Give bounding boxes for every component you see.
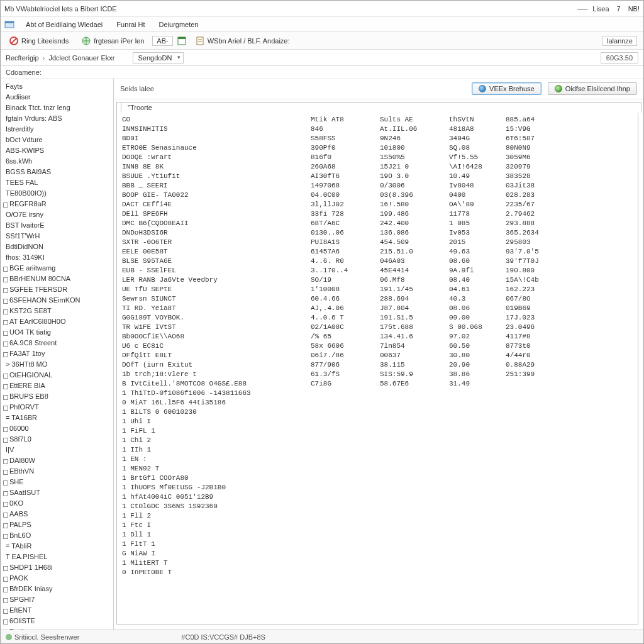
cell (506, 521, 562, 530)
tree-item[interactable]: 6ss.kWh (1, 156, 113, 167)
tree-item[interactable]: PhfORVT (1, 402, 113, 413)
tree-item[interactable]: BST IvaitorE (1, 220, 113, 231)
tree-item[interactable]: FA3AT 1toy (1, 348, 113, 359)
tree-item[interactable]: S8f7L0 (1, 434, 113, 445)
cell (449, 474, 506, 483)
toolbar-button-perlen[interactable]: frgtesan iPer len (77, 34, 148, 48)
table-row: ETRO0E Senasinauce390Pf010i800SQ.0880N0N… (122, 143, 633, 153)
tree-item[interactable]: fgtaln Vrdurs: ABS (1, 113, 113, 124)
tree-item[interactable]: fhos: 3149KI (1, 252, 113, 263)
cell: DOfT (iurn Exitut (122, 360, 311, 370)
cell: 9N246 (380, 134, 449, 143)
tree-item[interactable]: Binack Ttct. tnzr leng (1, 103, 113, 113)
table-row: COMtik AT8Sults AEthSVtN885.a64 (122, 115, 633, 125)
tree-item[interactable]: AT EArIC6I80H0O (1, 316, 113, 327)
cell (506, 426, 562, 436)
tree-item[interactable]: Fortlry (1, 626, 113, 630)
tree-item[interactable]: 0KO (1, 498, 113, 509)
tree-item[interactable]: Istrerditly (1, 124, 113, 135)
tree-item[interactable]: DAI80W (1, 455, 113, 466)
describe-button[interactable]: Oidfse Elsilcend Ihnp (548, 82, 637, 95)
cell: ETRO0E Senasinauce (122, 143, 311, 153)
tree-item[interactable]: SHDP1 1H68i (1, 562, 113, 573)
tree-item[interactable]: = TAbliR (1, 541, 113, 552)
tree-item[interactable]: PALPS (1, 519, 113, 530)
tree-item[interactable]: BGE ariitwamg (1, 263, 113, 274)
tree-item[interactable]: KST2G SE8T (1, 306, 113, 316)
tree-item[interactable]: BBrHENUM 80CNA (1, 274, 113, 284)
menu-item-3[interactable]: Deiurgmeten (157, 19, 201, 30)
tree-item[interactable]: BRUPS EB8 (1, 391, 113, 402)
cell: BLSE S95TA6E (122, 257, 311, 266)
tree-item[interactable]: 6OliSTE (1, 616, 113, 626)
tree-item[interactable]: OtEHGIONAL (1, 370, 113, 380)
cell: 251:390 (506, 370, 562, 379)
tree-item[interactable]: > 36HTt8 MO (1, 359, 113, 370)
tree-item[interactable]: TEES FAL (1, 177, 113, 188)
tree-item[interactable]: PAOK (1, 573, 113, 584)
tree-item[interactable]: SAatISUT (1, 487, 113, 498)
cell: 0 MiAT 16L.l5F6 44ti35186 (122, 398, 311, 408)
tree-item[interactable]: AABS (1, 509, 113, 519)
table-row: 1 Ftc I (122, 521, 633, 530)
results-grid[interactable]: COMtik AT8Sults AEthSVtN885.a64INMSINHIT… (117, 113, 638, 624)
minimize-button[interactable]: — (572, 3, 592, 14)
tree-item[interactable]: Fayts (1, 81, 113, 92)
cell: SQ.08 (449, 143, 506, 153)
cell: BD0I (122, 134, 311, 143)
tree-item[interactable]: = TA16BR (1, 413, 113, 423)
tree-item[interactable]: 6SFEHAON SEimKON (1, 295, 113, 306)
execute-button[interactable]: VEEx Brehuse (472, 82, 541, 95)
tree-item[interactable]: REGFR8aR (1, 199, 113, 209)
tree-item[interactable]: T EA.PISHEL (1, 552, 113, 562)
tree-item[interactable]: bOct Vdture (1, 135, 113, 145)
tree-item[interactable]: BnL6O (1, 530, 113, 541)
tree-item[interactable]: EBthVN (1, 466, 113, 477)
results-panel: "Troorte COMtik AT8Sults AEthSVtN885.a64… (116, 102, 638, 625)
toolbar-right-button[interactable]: lalannze (602, 36, 637, 46)
toolbar-chip[interactable]: AB- (152, 36, 172, 46)
tree-item[interactable]: 6A.9C8 Streent (1, 338, 113, 348)
tree-item[interactable]: O/O7E irsny (1, 209, 113, 220)
tree-item[interactable]: BdtiDidNON (1, 242, 113, 252)
tree-item[interactable]: EftENT (1, 605, 113, 616)
cell (311, 408, 380, 417)
tree-item[interactable]: Audiiser (1, 92, 113, 103)
tree-item[interactable]: EttERE BIA (1, 380, 113, 391)
cell: 9A.9fi (449, 266, 506, 275)
cell (311, 426, 380, 436)
tree-item[interactable]: BGSS BAI9AS (1, 167, 113, 177)
breadcrumb[interactable]: Recfterigip › Jdclect Gonauer Ekxr (6, 54, 115, 62)
cell: 45E4414 (380, 266, 449, 275)
menu-item-2[interactable]: Funrai Ht (114, 19, 147, 30)
tree-item[interactable]: SGFEE TFERSDR (1, 284, 113, 295)
cell: 23.0496 (506, 323, 562, 332)
scope-dropdown[interactable]: SengdoDN (133, 52, 184, 64)
table-row: 1 CtOlGDC 3S6NS 1S92360 (122, 502, 633, 511)
tree-view[interactable]: FaytsAudiiserBinack Ttct. tnzr lengfgtal… (1, 79, 113, 630)
cell (506, 389, 562, 398)
tree-item[interactable]: UO4 TK tiatig (1, 327, 113, 338)
tree-item[interactable]: 06000 (1, 423, 113, 434)
cell (449, 502, 506, 511)
toolbar-button-analyze[interactable]: WSbn Ariel / BLF. Andaize: (191, 34, 294, 48)
cell: DODQE :Wrart (122, 153, 311, 162)
cell: 1 Dll 1 (122, 530, 311, 540)
cell: 7ln854 (380, 341, 449, 351)
cell: 61457A6 (311, 247, 380, 257)
cell: 1 Ftc I (122, 521, 311, 530)
tree-item[interactable]: SHE (1, 477, 113, 487)
tree-item[interactable]: SPGHI7 (1, 594, 113, 605)
tree-item[interactable]: I|V (1, 445, 113, 455)
tree-item[interactable]: BfrDEK Iniasy (1, 584, 113, 594)
tree-item[interactable]: ABS-KWIPS (1, 145, 113, 156)
tree-item[interactable]: TE80B00IO)) (1, 188, 113, 199)
cell: 61.3/fS (311, 370, 380, 379)
toolbar-button-ring[interactable]: Ring Liteeisnds (4, 34, 73, 48)
results-tab[interactable]: "Troorte (121, 102, 641, 113)
tree-item[interactable]: SSf1T'WrH (1, 231, 113, 242)
cell: 03Jit38 (506, 181, 562, 191)
table-row: EELE 00E58T61457A6215.51.049.6393'7.0'5 (122, 247, 633, 257)
menu-item-1[interactable]: Abt of Beidilaing Wledaei (23, 19, 105, 30)
cell: 1b trch;18:vlere t (122, 370, 311, 379)
